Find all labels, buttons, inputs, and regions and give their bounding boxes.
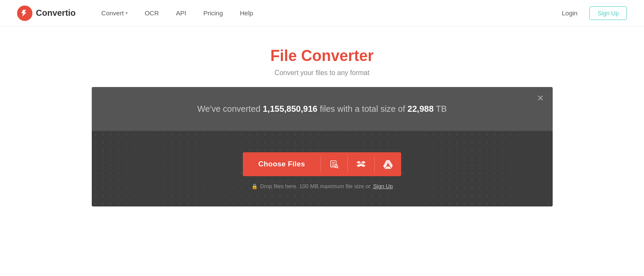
nav-links: Convert ▾ OCR API Pricing Help [93, 0, 557, 26]
main-panel: ✕ We've converted 1,155,850,916 files wi… [92, 87, 553, 206]
choose-files-row: Choose Files [243, 152, 401, 176]
stats-suffix: TB [434, 104, 447, 113]
nav-pricing-label: Pricing [203, 9, 223, 17]
hero-subtitle: Convert your files to any format [0, 69, 644, 77]
signup-button-nav[interactable]: Sign Up [589, 6, 627, 20]
stats-size: 22,988 [408, 104, 434, 113]
svg-line-3 [337, 167, 338, 168]
logo-text: Convertio [36, 8, 76, 18]
drop-zone: Choose Files [92, 131, 553, 206]
close-button[interactable]: ✕ [537, 94, 544, 102]
logo-icon [17, 6, 32, 21]
dropbox-button[interactable] [348, 152, 374, 176]
nav-item-convert[interactable]: Convert ▾ [93, 0, 136, 26]
nav-right: Login Sign Up [557, 6, 627, 20]
file-url-button[interactable] [321, 152, 347, 176]
nav-convert-label: Convert [101, 9, 124, 17]
stats-middle: files with a total size of [318, 104, 408, 113]
svg-marker-4 [356, 161, 361, 164]
hero-section: File Converter Convert your files to any… [0, 26, 644, 87]
nav-item-help[interactable]: Help [231, 0, 262, 26]
chevron-down-icon: ▾ [125, 11, 128, 15]
choose-files-button[interactable]: Choose Files [243, 152, 320, 176]
nav-item-pricing[interactable]: Pricing [195, 0, 231, 26]
gdrive-button[interactable] [375, 152, 401, 176]
nav-ocr-label: OCR [145, 9, 159, 17]
drop-info-text: Drop files here. 100 MB maximum file siz… [260, 183, 371, 189]
nav-help-label: Help [240, 9, 253, 17]
dropbox-icon [356, 160, 366, 169]
nav-item-api[interactable]: API [167, 0, 195, 26]
stats-prefix: We've converted [197, 104, 263, 113]
nav-item-ocr[interactable]: OCR [136, 0, 167, 26]
drop-info: 🔒 Drop files here. 100 MB maximum file s… [251, 183, 393, 189]
gdrive-icon [383, 160, 393, 169]
stats-file-count: 1,155,850,916 [263, 104, 318, 113]
nav-api-label: API [176, 9, 186, 17]
logo-link[interactable]: Convertio [17, 6, 76, 21]
lock-icon: 🔒 [251, 183, 258, 189]
navbar: Convertio Convert ▾ OCR API Pricing Help… [0, 0, 644, 26]
svg-marker-5 [361, 161, 366, 164]
signup-link[interactable]: Sign Up [373, 183, 393, 189]
hero-title: File Converter [0, 47, 644, 65]
file-url-icon [329, 160, 339, 169]
login-button[interactable]: Login [557, 7, 583, 19]
stats-text: We've converted 1,155,850,916 files with… [100, 104, 544, 114]
stats-bar: ✕ We've converted 1,155,850,916 files wi… [92, 87, 553, 131]
